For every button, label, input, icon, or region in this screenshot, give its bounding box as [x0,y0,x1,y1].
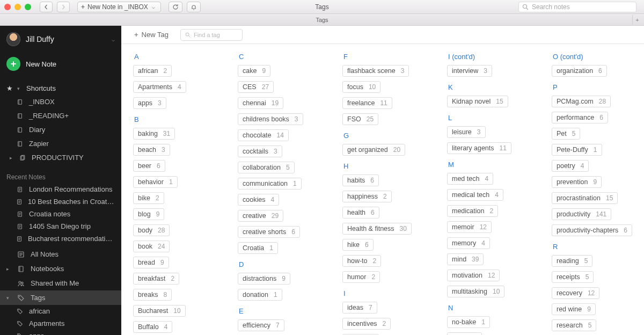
tag-chip[interactable]: medical tech4 [447,189,503,201]
tag-chip[interactable]: mind39 [447,253,484,265]
tag-chip[interactable]: efficiency7 [238,319,284,331]
recent-note-item[interactable]: Croatia notes [0,208,121,220]
tag-chip[interactable]: leisure3 [447,126,486,138]
tag-chip[interactable]: apps3 [133,97,166,109]
tag-chip[interactable]: health6 [342,207,379,219]
tag-chip[interactable]: recovery12 [552,287,599,299]
sidebar-tag-item[interactable]: african [0,305,121,317]
tag-chip[interactable]: medication2 [447,205,498,217]
tag-chip[interactable]: Pet5 [552,128,580,140]
tag-chip[interactable]: habits6 [342,174,379,186]
tag-chip[interactable]: Croatia1 [238,242,278,254]
tab-title[interactable]: Tags [316,17,328,23]
disclosure-triangle-icon[interactable]: ▸ [9,153,13,163]
tag-chip[interactable]: humor2 [342,271,380,283]
tag-chip[interactable]: interview3 [447,65,492,77]
tag-chip[interactable]: chocolate14 [238,129,289,141]
tag-chip[interactable]: beer6 [133,160,165,172]
find-tag-input[interactable]: Find a tag [180,29,243,41]
tag-chip[interactable]: Kidnap novel15 [447,96,508,107]
sidebar-tag-item[interactable]: apps [0,330,121,335]
tag-chip[interactable]: african2 [133,65,172,77]
tag-chip[interactable]: cake9 [238,65,270,77]
tag-chip[interactable]: FSO25 [342,113,378,125]
recent-note-item[interactable]: Bucharest recommendations for v… [0,232,121,245]
new-tag-button[interactable]: + New Tag [129,29,174,40]
disclosure-triangle-icon[interactable]: ▸ [6,266,11,272]
add-tab-button[interactable]: + [632,15,642,25]
disclosure-triangle-icon[interactable]: ▾ [6,295,11,301]
tag-chip[interactable]: organization6 [552,65,607,77]
tag-chip[interactable]: childrens books3 [238,113,303,125]
back-button[interactable] [40,2,53,12]
tag-chip[interactable]: Pete-Duffy1 [552,144,602,156]
recent-note-item[interactable]: 1405 San Diego trip [0,220,121,232]
tag-chip[interactable]: prevention9 [552,176,602,188]
tag-chip[interactable]: book24 [133,241,170,252]
tag-chip[interactable]: breakfast2 [133,273,179,285]
sidebar-tag-item[interactable]: Apartments [0,317,121,330]
close-window-button[interactable] [4,4,11,10]
tag-chip[interactable]: baking31 [133,128,175,140]
tag-chip[interactable]: hike6 [342,239,374,251]
tag-chip[interactable]: body28 [133,224,170,236]
tag-chip[interactable]: reading5 [552,255,592,267]
tag-chip[interactable]: literary agents11 [447,142,511,154]
tag-chip[interactable]: Health & fitness30 [342,223,412,235]
tag-chip[interactable]: focus10 [342,81,380,93]
tag-chip[interactable]: bread9 [133,257,169,268]
tag-chip[interactable]: multitasking10 [447,286,504,297]
tag-chip[interactable]: get organized20 [342,144,405,156]
tag-chip[interactable]: memoir12 [447,221,492,233]
tag-chip[interactable]: behavior1 [133,176,178,188]
tag-chip[interactable]: how-to2 [342,255,381,267]
tag-chip[interactable]: Bucharest10 [133,305,186,317]
search-notes-input[interactable]: Search notes [518,2,636,12]
zoom-window-button[interactable] [25,4,31,10]
tag-chip[interactable]: no-bake1 [447,316,490,328]
new-note-in-button[interactable]: + New Note in _INBOX ⌵ [77,2,161,12]
tag-chip[interactable]: novel3 [447,332,482,335]
tag-chip[interactable]: cookies4 [238,194,279,206]
tag-chip[interactable]: productivity141 [552,208,611,220]
tag-chip[interactable]: performance6 [552,112,608,123]
shortcut-item[interactable]: _READING+ [0,109,121,123]
tag-chip[interactable]: communication1 [238,178,302,190]
nav-shared[interactable]: Shared with Me [0,276,121,290]
tag-chip[interactable]: freelance11 [342,97,392,109]
shortcuts-header[interactable]: ★ ▾ Shortcuts [0,82,121,95]
nav-tags[interactable]: ▾ Tags [0,290,121,305]
tag-chip[interactable]: creative29 [238,210,283,222]
tag-chip[interactable]: Apartments4 [133,81,186,93]
tag-chip[interactable]: productivity-chapters6 [552,224,632,236]
nav-all-notes[interactable]: All Notes [0,247,121,261]
tag-chip[interactable]: Buffalo4 [133,321,172,333]
tag-chip[interactable]: happiness2 [342,191,392,202]
tag-chip[interactable]: med tech4 [447,173,493,185]
new-note-button[interactable]: + [6,57,20,71]
tag-chip[interactable]: breaks8 [133,289,172,301]
shortcut-item[interactable]: _INBOX [0,95,121,109]
tag-chip[interactable]: flashback scene3 [342,65,409,77]
shortcut-item[interactable]: Diary [0,123,121,137]
shortcut-item[interactable]: Zapier [0,137,121,151]
tag-chip[interactable]: donation1 [238,289,282,301]
account-menu[interactable]: Jill Duffy ⌵ [0,26,121,52]
tag-chip[interactable]: research5 [552,319,596,331]
tag-chip[interactable]: chennai19 [238,97,283,109]
new-note-row[interactable]: + New Note [0,52,121,78]
tag-chip[interactable]: creative shorts6 [238,226,300,238]
tag-chip[interactable]: bike2 [133,192,164,204]
recent-note-item[interactable]: London Recommendations [0,183,121,195]
tag-chip[interactable]: ideas7 [342,302,377,314]
recent-note-item[interactable]: 10 Best Beaches in Croatia for Fa… [0,195,121,208]
tag-chip[interactable]: CES27 [238,81,274,93]
tag-chip[interactable]: PCMag.com28 [552,96,611,107]
tag-chip[interactable]: collaboration5 [238,162,295,173]
minimize-window-button[interactable] [14,4,21,10]
tag-chip[interactable]: receipts5 [552,271,594,283]
tag-chip[interactable]: cocktails3 [238,145,282,157]
tag-chip[interactable]: procrastination15 [552,192,618,204]
tag-chip[interactable]: blog9 [133,208,164,220]
tag-chip[interactable]: motivation12 [447,270,500,281]
